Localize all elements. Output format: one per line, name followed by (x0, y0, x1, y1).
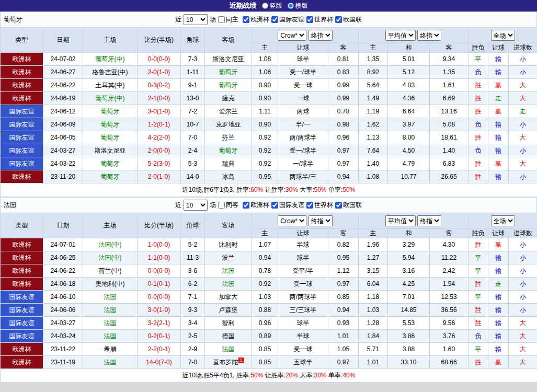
competition-checkbox[interactable] (335, 202, 342, 209)
corner-kicks: 10-7 (181, 118, 205, 131)
asia-handicap: 受一球 (278, 79, 328, 92)
handicap-result: 输 (488, 251, 509, 264)
games-suffix-label: 场 (210, 201, 216, 210)
competition-filter[interactable]: 欧国联 (335, 15, 362, 24)
competition-checkbox[interactable] (335, 16, 342, 23)
handicap-result: 输 (488, 66, 509, 79)
competition-checkbox[interactable] (243, 16, 249, 23)
competition-filter[interactable]: 世界杯 (306, 201, 333, 210)
horizontal-radio[interactable] (288, 3, 294, 9)
horizontal-radio-label: 横版 (295, 2, 308, 10)
asia-home-odds: 0.85 (252, 343, 278, 356)
average-value-select[interactable]: 平均值 (385, 30, 416, 41)
asia-home-odds: 0.90 (252, 92, 278, 105)
competition-filter[interactable]: 欧洲杯 (243, 15, 269, 24)
average-value-select[interactable]: 平均值 (385, 215, 416, 226)
odds-provider-select[interactable]: Crow* (278, 215, 306, 226)
competition-label: 欧国联 (343, 15, 362, 24)
competition-checkbox[interactable] (306, 202, 313, 209)
full-match-select[interactable]: 全场 (491, 30, 515, 41)
summary-part: 30% (285, 186, 298, 193)
asia-handicap: 半球 (278, 238, 328, 251)
final-index-select-euro[interactable]: 终指 (417, 30, 441, 41)
match-date: 24-06-09 (43, 118, 83, 131)
euro-home-odds: 1.40 (359, 157, 388, 170)
euro-away-odds: 9.34 (430, 53, 469, 66)
home-team: 葡萄牙(中) (83, 53, 138, 66)
match-row: 欧洲杯24-07-01法国(中)1-0(0-0)5-2比利时1.07半球0.82… (1, 238, 537, 251)
competition-checkbox[interactable] (271, 16, 278, 23)
same-venue-checkbox[interactable] (218, 202, 225, 209)
asia-home-odds: 0.88 (252, 304, 278, 317)
col-header-score: 比分(半场) (138, 28, 181, 53)
asia-handicap: 半/一 (278, 118, 328, 131)
match-date: 24-03-27 (43, 144, 83, 157)
euro-draw-odds: 6.64 (388, 105, 430, 118)
corner-kicks: 3-6 (181, 264, 205, 278)
match-row: 欧洲杯23-11-22希腊2-2(0-1)2-9法国0.85受一球1.055.7… (1, 343, 537, 356)
competition-filter[interactable]: 国际友谊 (271, 15, 304, 24)
match-date: 24-06-18 (43, 278, 83, 291)
competition-checkbox[interactable] (271, 202, 278, 209)
win-draw-loss-result: 胜 (469, 105, 488, 118)
matches-table: 类型 日期 主场 比分(半场) 角球 客场 Crow* 终指 平均值 终指 (0, 27, 537, 197)
layout-option-vertical[interactable]: 竖版 (262, 2, 282, 10)
score: 1-0(0-0) (138, 238, 181, 251)
score: 2-2(0-1) (138, 343, 181, 356)
away-team: 法国 (205, 278, 252, 291)
away-team: 葡萄牙 (205, 144, 252, 157)
asia-home-odds: 0.92 (252, 157, 278, 170)
sub-asia-home: 主 (252, 229, 278, 238)
match-date: 24-06-10 (43, 291, 83, 304)
home-team: 葡萄牙 (83, 105, 138, 118)
match-row: 国际友谊24-03-27斯洛文尼亚2-0(0-0)2-4葡萄牙0.92受一/球半… (1, 144, 537, 157)
asia-away-odds: 0.97 (328, 356, 359, 369)
competition-filter[interactable]: 欧洲杯 (243, 201, 269, 210)
match-row: 国际友谊24-03-27法国3-2(2-1)3-4智利0.96球半0.931.2… (1, 317, 537, 330)
games-count-select[interactable]: 10 (184, 14, 208, 25)
full-match-select[interactable]: 全场 (491, 215, 515, 226)
score: 0-0(0-0) (138, 264, 181, 278)
match-row: 欧洲杯24-06-25法国(中)1-1(0-0)11-3波兰0.94球半0.95… (1, 251, 537, 264)
match-date: 24-06-19 (43, 92, 83, 105)
competition-type: 国际友谊 (1, 330, 43, 343)
away-team: 冰岛 (205, 170, 252, 183)
win-draw-loss-result: 胜 (469, 157, 488, 170)
match-date: 24-06-06 (43, 304, 83, 317)
win-draw-loss-result: 负 (469, 118, 488, 131)
near-label: 近 (175, 201, 181, 210)
final-index-select-asia[interactable]: 终指 (309, 215, 333, 226)
asia-home-odds: 1.07 (252, 238, 278, 251)
home-team: 法国 (83, 291, 138, 304)
win-draw-loss-result: 胜 (469, 317, 488, 330)
away-team: 波兰 (205, 251, 252, 264)
competition-checkbox[interactable] (306, 16, 313, 23)
recent-results-page: 近期战绩 竖版 横版 葡萄牙 近 10 场 同主 欧洲杯国际友谊世界杯 (0, 0, 537, 383)
same-venue-filter[interactable]: 同客 (218, 201, 238, 210)
match-date: 24-06-22 (43, 264, 83, 278)
away-team: 斯洛文尼亚 (205, 53, 252, 66)
final-index-select-asia[interactable]: 终指 (309, 30, 333, 41)
final-index-select-euro[interactable]: 终指 (417, 215, 441, 226)
corner-kicks: 1-11 (181, 66, 205, 79)
competition-type: 欧洲杯 (1, 251, 43, 264)
asia-handicap: 受一/球半 (278, 66, 328, 79)
euro-home-odds: 1.35 (359, 53, 388, 66)
same-venue-checkbox[interactable] (218, 16, 225, 23)
same-venue-filter[interactable]: 同主 (218, 15, 238, 24)
team-section-portugal: 葡萄牙 近 10 场 同主 欧洲杯国际友谊世界杯欧国联 (0, 11, 537, 197)
competition-checkbox[interactable] (243, 202, 249, 209)
competition-filter[interactable]: 世界杯 (306, 15, 333, 24)
euro-draw-odds: 5.53 (388, 317, 430, 330)
asia-home-odds: 0.96 (252, 317, 278, 330)
sub-euro-draw: 和 (388, 229, 430, 238)
competition-filter[interactable]: 欧国联 (335, 201, 362, 210)
euro-home-odds: 8.92 (359, 66, 388, 79)
odds-provider-select[interactable]: Crow* (278, 30, 306, 41)
games-count-select[interactable]: 10 (184, 200, 208, 211)
vertical-radio[interactable] (262, 3, 268, 9)
sub-handicap-result: 让球 (488, 43, 509, 53)
competition-filter[interactable]: 国际友谊 (271, 201, 304, 210)
layout-option-horizontal[interactable]: 横版 (288, 2, 308, 10)
corner-kicks: 7-0 (181, 356, 205, 369)
